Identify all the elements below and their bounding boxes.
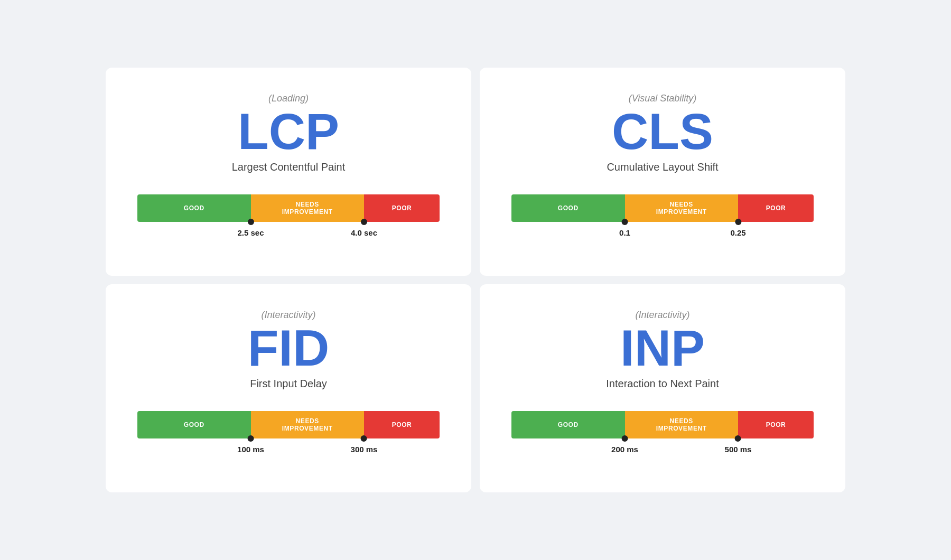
fid-marker-dot-0 [248, 435, 254, 442]
inp-bar-container: GOODNEEDSIMPROVEMENTPOOR200 ms500 ms [511, 411, 814, 465]
card-inp: (Interactivity)INPInteraction to Next Pa… [480, 284, 845, 492]
inp-fullname: Interaction to Next Paint [606, 378, 719, 390]
card-lcp: (Loading)LCPLargest Contentful PaintGOOD… [106, 68, 471, 276]
inp-markers-row: 200 ms500 ms [511, 438, 814, 465]
lcp-seg-poor: POOR [364, 194, 440, 222]
cls-fullname: Cumulative Layout Shift [607, 161, 718, 173]
inp-marker-label-0: 200 ms [611, 445, 638, 454]
lcp-marker-label-0: 2.5 sec [237, 228, 264, 237]
fid-seg-poor: POOR [364, 411, 440, 438]
inp-bar: GOODNEEDSIMPROVEMENTPOOR [511, 411, 814, 438]
fid-marker-0: 100 ms [237, 438, 264, 454]
inp-seg-needs: NEEDSIMPROVEMENT [625, 411, 739, 438]
lcp-marker-1: 4.0 sec [351, 222, 377, 237]
cls-acronym: CLS [612, 106, 713, 157]
cls-marker-1: 0.25 [730, 222, 745, 237]
cls-marker-dot-0 [621, 219, 628, 225]
card-fid: (Interactivity)FIDFirst Input DelayGOODN… [106, 284, 471, 492]
fid-category: (Interactivity) [261, 310, 315, 321]
inp-marker-0: 200 ms [611, 438, 638, 454]
fid-bar-container: GOODNEEDSIMPROVEMENTPOOR100 ms300 ms [137, 411, 440, 465]
lcp-acronym: LCP [238, 106, 339, 157]
lcp-category: (Loading) [268, 93, 309, 104]
fid-marker-dot-1 [361, 435, 367, 442]
cls-seg-poor: POOR [738, 194, 814, 222]
lcp-marker-dot-0 [247, 219, 254, 225]
lcp-seg-good: GOOD [137, 194, 251, 222]
card-cls: (Visual Stability)CLSCumulative Layout S… [480, 68, 845, 276]
inp-marker-1: 500 ms [725, 438, 752, 454]
cls-seg-needs: NEEDSIMPROVEMENT [625, 194, 739, 222]
cls-marker-label-1: 0.25 [730, 228, 745, 237]
cls-marker-0: 0.1 [619, 222, 630, 237]
inp-marker-dot-1 [735, 435, 741, 442]
cls-marker-dot-1 [735, 219, 741, 225]
cls-bar-container: GOODNEEDSIMPROVEMENTPOOR0.10.25 [511, 194, 814, 248]
cls-marker-label-0: 0.1 [619, 228, 630, 237]
lcp-marker-0: 2.5 sec [237, 222, 264, 237]
cls-bar: GOODNEEDSIMPROVEMENTPOOR [511, 194, 814, 222]
cls-category: (Visual Stability) [629, 93, 697, 104]
lcp-seg-needs: NEEDSIMPROVEMENT [251, 194, 365, 222]
inp-category: (Interactivity) [635, 310, 689, 321]
fid-seg-needs: NEEDSIMPROVEMENT [251, 411, 365, 438]
metrics-grid: (Loading)LCPLargest Contentful PaintGOOD… [106, 68, 845, 492]
cls-markers-row: 0.10.25 [511, 222, 814, 248]
fid-seg-good: GOOD [137, 411, 251, 438]
fid-acronym: FID [248, 323, 330, 374]
lcp-fullname: Largest Contentful Paint [232, 161, 346, 173]
inp-marker-label-1: 500 ms [725, 445, 752, 454]
lcp-marker-label-1: 4.0 sec [351, 228, 377, 237]
fid-marker-label-1: 300 ms [351, 445, 378, 454]
cls-seg-good: GOOD [511, 194, 625, 222]
fid-marker-label-0: 100 ms [237, 445, 264, 454]
inp-seg-good: GOOD [511, 411, 625, 438]
fid-marker-1: 300 ms [351, 438, 378, 454]
inp-marker-dot-0 [622, 435, 628, 442]
lcp-bar: GOODNEEDSIMPROVEMENTPOOR [137, 194, 440, 222]
lcp-markers-row: 2.5 sec4.0 sec [137, 222, 440, 248]
inp-seg-poor: POOR [738, 411, 814, 438]
fid-markers-row: 100 ms300 ms [137, 438, 440, 465]
fid-bar: GOODNEEDSIMPROVEMENTPOOR [137, 411, 440, 438]
fid-fullname: First Input Delay [250, 378, 327, 390]
lcp-bar-container: GOODNEEDSIMPROVEMENTPOOR2.5 sec4.0 sec [137, 194, 440, 248]
lcp-marker-dot-1 [361, 219, 367, 225]
inp-acronym: INP [620, 323, 705, 374]
